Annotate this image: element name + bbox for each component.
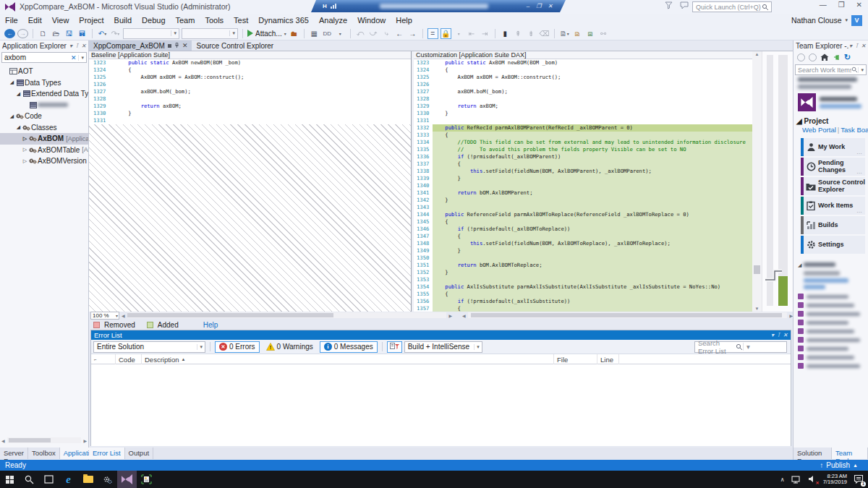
te-position-icon[interactable]: ▾ [849,43,852,49]
redacted-solution-item[interactable] [798,361,864,370]
clear-bookmarks-icon[interactable]: ⌫ [539,28,550,39]
taskbar-clock[interactable]: 8:23 AM7/19/2019 [823,474,847,486]
close-panel-icon[interactable]: ✕ [81,43,86,49]
task-board-link[interactable]: Task Board [841,126,868,134]
search-scope-caret-icon[interactable]: ▾ [743,343,786,351]
bottom-tab-error-list[interactable]: Error List [89,448,125,459]
account-name[interactable]: Nathan Clouse [791,16,841,25]
tree-item-aot[interactable]: AOT [0,66,88,77]
pin-icon[interactable]: ⊺ [75,43,78,49]
comment-icon[interactable]: 🗈 [572,28,583,39]
navigate-forward-icon[interactable]: → [17,29,28,38]
window-position-icon[interactable]: ▾ [69,43,72,49]
error-list-close-icon[interactable]: ✕ [783,332,788,338]
menu-help[interactable]: Help [391,14,417,26]
project-section-header[interactable]: ◢ Project [793,114,868,126]
navigate-back-icon[interactable]: ← [4,29,15,38]
network-icon[interactable] [791,476,801,484]
document-tab-source-control-explorer[interactable]: Source Control Explorer [192,40,278,51]
more-options-caret-icon[interactable]: ▾ [454,28,464,39]
undo-icon[interactable]: ↶▾ [97,28,108,39]
te-pin-icon[interactable]: ⊺ [855,43,858,49]
column-line[interactable]: Line [597,354,619,364]
visual-studio-taskbar-button[interactable] [117,471,137,488]
error-list-content[interactable] [91,364,791,446]
back-arrow-icon[interactable]: ← [394,28,405,39]
account-dropdown-icon[interactable]: ▾ [845,17,848,23]
document-tab-xppcompare-axbom[interactable]: XppCompare_AxBOM✕ [89,40,192,51]
tray-expand-icon[interactable]: ∧ [780,476,785,483]
menu-build[interactable]: Build [109,14,137,26]
platform-combo[interactable]: ▾ [182,28,238,39]
expander-icon[interactable]: ◢ [9,114,15,119]
forward-arrow-icon[interactable]: → [407,28,418,39]
link-icon[interactable]: ⚯ [598,28,609,39]
new-project-icon[interactable]: 🗋 [38,28,48,39]
editor-vscrollbar[interactable]: ▲ ▼ [752,51,762,312]
redacted-solution-item[interactable] [798,344,864,353]
messages-toggle-button[interactable]: i0 Messages [320,341,378,353]
build-intellisense-combo[interactable]: Build + IntelliSense▾ [404,341,482,353]
left-panel-hscrollbar[interactable]: ◀▶ [1,437,87,444]
overlay-restore-button[interactable]: ❐ [536,3,541,9]
feedback-icon[interactable] [680,1,689,9]
menu-file[interactable]: File [0,14,23,26]
uncomment-icon[interactable]: 🗉 [585,28,596,39]
tree-item-axbomversion[interactable]: ▷AxBOMVersion[... [0,155,88,167]
tree-item-redacted[interactable] [0,100,88,111]
scope-combo[interactable]: Entire Solution▾ [93,341,205,353]
pin-icon[interactable] [174,43,179,48]
vs-account-badge-icon[interactable]: V [851,15,862,26]
overlay-close-button[interactable]: ✕ [548,3,553,9]
left-dock-tab-toolbox[interactable]: Toolbox [28,448,60,459]
errors-toggle-button[interactable]: ✕0 Errors [215,341,260,353]
diff-overview-map[interactable] [762,51,793,312]
lock-icon[interactable]: 🔒 [441,28,451,39]
save-all-icon[interactable]: 🖬 [77,28,88,39]
compare-mode-icon[interactable]: = [427,28,438,39]
tree-item-extended-data-types[interactable]: ◢Extended Data Types [0,88,88,100]
search-options-icon[interactable]: ▾ [78,55,86,61]
column-severity[interactable]: ⌐ [91,354,116,364]
menu-analyze[interactable]: Analyze [314,14,352,26]
file-explorer-button[interactable] [78,471,98,488]
publish-button[interactable]: ↑ Publish▲ [820,461,858,469]
tile-more-icon[interactable]: … [856,207,862,214]
tile-source-control-explorer[interactable]: Source Control Explorer [801,177,865,195]
start-button[interactable] [0,471,20,488]
te-forward-icon[interactable] [809,53,817,61]
dd-caret-icon[interactable]: ▾ [335,28,346,39]
warnings-toggle-button[interactable]: ! 0 Warnings [262,341,318,353]
menu-window[interactable]: Window [352,14,391,26]
tree-item-code[interactable]: ◢Code [0,111,88,122]
document-outline-icon[interactable]: 🗎▾ [559,28,570,39]
refresh-icon[interactable]: ↻ [844,53,851,62]
customization-hscroll-thumb[interactable] [471,313,782,317]
menu-tools[interactable]: Tools [200,14,229,26]
bottom-tab-output[interactable]: Output [125,448,154,459]
volume-muted-icon[interactable]: ✕ [808,475,817,484]
next-bookmark-icon[interactable]: ⇟ [526,28,537,39]
map-viewport-handle[interactable] [763,265,789,283]
tree-item-axbom[interactable]: ▷AxBOM[Applica... [0,133,88,145]
settings-app-button[interactable] [98,471,117,488]
quick-launch-input[interactable]: Quick Launch (Ctrl+Q) [692,1,772,12]
tree-item-classes[interactable]: ◢Classes [0,122,88,134]
customization-code[interactable]: 1323 public static AxBOM newBOM(BOM _bom… [414,59,752,312]
restore-button[interactable]: ❐ [838,1,845,9]
menu-test[interactable]: Test [229,14,253,26]
configuration-combo[interactable]: ▾ [123,28,179,39]
redacted-solution-item[interactable] [798,292,864,301]
dd-dropdown[interactable]: DD [322,28,333,39]
save-icon[interactable]: 🖫 [64,28,75,39]
tile-more-icon[interactable]: … [856,168,862,175]
solutions-section-header[interactable]: ◢ [793,255,868,270]
baseline-hscroll-thumb[interactable] [127,313,333,317]
application-explorer-search-input[interactable]: axbom ✕ ▾ [1,52,87,63]
menu-debug[interactable]: Debug [137,14,170,26]
attach-button[interactable]: Attach...▾ [247,30,286,38]
error-list-pin-icon[interactable]: ⊺ [777,332,780,338]
next-difference-icon[interactable]: ⇥ [480,28,490,39]
tile-settings[interactable]: Settings [801,236,865,254]
bookmark-icon[interactable]: ▮ [500,28,511,39]
